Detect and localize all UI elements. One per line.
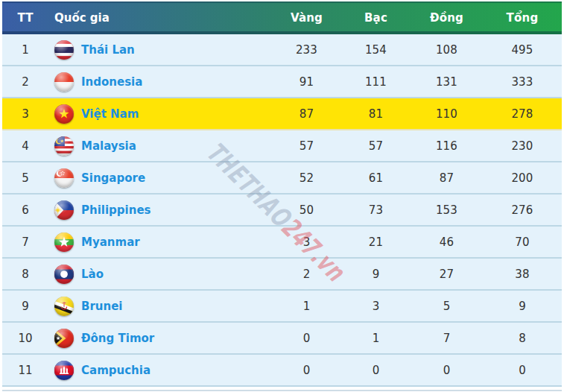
country-cell: Myanmar (48, 233, 272, 252)
column-header-rank: TT (2, 11, 48, 25)
flag-myanmar-icon (54, 233, 74, 252)
flag-vietnam-icon (54, 104, 74, 124)
bronze-cell: 108 (411, 43, 483, 57)
flag-cambodia-icon (54, 361, 74, 380)
rank-cell: 11 (2, 364, 48, 377)
table-row: 3 Việt Nam 87 81 110 278 (2, 98, 562, 130)
country-name-link[interactable]: Thái Lan (81, 43, 135, 57)
table-row: 9 Brunei 1 3 5 9 (2, 291, 562, 323)
silver-cell: 9 (341, 268, 411, 281)
total-cell: 70 (483, 235, 562, 249)
gold-cell: 50 (272, 203, 341, 217)
rank-cell: 2 (2, 75, 48, 89)
gold-cell: 57 (272, 139, 341, 153)
table-row: 7 Myanmar 3 21 46 70 (2, 227, 562, 259)
country-cell: Philippines (48, 200, 272, 220)
rank-cell: 6 (2, 203, 48, 217)
silver-cell: 73 (341, 203, 411, 217)
gold-cell: 87 (272, 107, 341, 121)
silver-cell: 61 (341, 171, 411, 185)
country-name-link[interactable]: Singapore (81, 171, 145, 185)
silver-cell: 154 (341, 43, 411, 57)
flag-singapore-icon (54, 168, 74, 188)
bronze-cell: 110 (411, 107, 483, 121)
bronze-cell: 87 (411, 171, 483, 185)
total-cell: 333 (483, 75, 562, 89)
bronze-cell: 116 (411, 139, 483, 153)
column-header-gold: Vàng (272, 11, 341, 25)
table-row: 8 Lào 2 9 27 38 (2, 259, 562, 291)
country-cell: Đông Timor (48, 329, 272, 348)
country-name-link[interactable]: Myanmar (81, 235, 140, 249)
table-header: TT Quốc gia Vàng Bạc Đồng Tổng (2, 1, 562, 34)
rank-cell: 8 (2, 268, 48, 281)
column-header-silver: Bạc (341, 11, 411, 25)
total-cell: 230 (483, 139, 562, 153)
total-cell: 278 (483, 107, 562, 121)
country-cell: Indonesia (48, 72, 272, 92)
bronze-cell: 0 (411, 364, 483, 377)
country-cell: Singapore (48, 168, 272, 188)
country-name-link[interactable]: Việt Nam (81, 107, 139, 121)
table-row: 2 Indonesia 91 111 131 333 (2, 66, 562, 98)
flag-indonesia-icon (54, 72, 74, 92)
medal-table: TT Quốc gia Vàng Bạc Đồng Tổng 1 Thái La… (2, 1, 562, 391)
column-header-country: Quốc gia (48, 11, 272, 25)
country-name-link[interactable]: Brunei (81, 300, 123, 313)
gold-cell: 91 (272, 75, 341, 89)
flag-thailand-icon (54, 40, 74, 60)
total-cell: 495 (483, 43, 562, 57)
country-name-link[interactable]: Lào (81, 268, 104, 281)
bronze-cell: 153 (411, 203, 483, 217)
table-body: 1 Thái Lan 233 154 108 495 2 Indonesia 9… (2, 34, 562, 387)
country-cell: Thái Lan (48, 40, 272, 60)
country-name-link[interactable]: Indonesia (81, 75, 142, 89)
total-cell: 0 (483, 364, 562, 377)
bronze-cell: 5 (411, 300, 483, 313)
total-cell: 38 (483, 268, 562, 281)
column-header-bronze: Đồng (411, 11, 483, 25)
country-cell: Việt Nam (48, 104, 272, 124)
table-row: 5 Singapore 52 61 87 200 (2, 162, 562, 195)
table-row: 1 Thái Lan 233 154 108 495 (2, 34, 562, 66)
flag-malaysia-icon (54, 136, 74, 156)
table-row: 10 Đông Timor 0 1 7 8 (2, 323, 562, 355)
gold-cell: 2 (272, 268, 341, 281)
total-cell: 276 (483, 203, 562, 217)
silver-cell: 0 (341, 364, 411, 377)
country-cell: Malaysia (48, 136, 272, 156)
bottom-divider (2, 390, 562, 391)
rank-cell: 4 (2, 139, 48, 153)
rank-cell: 7 (2, 235, 48, 249)
column-header-total: Tổng (483, 11, 562, 25)
country-name-link[interactable]: Malaysia (81, 139, 136, 153)
table-row: 11 Campuchia 0 0 0 0 (2, 355, 562, 387)
gold-cell: 0 (272, 364, 341, 377)
country-name-link[interactable]: Đông Timor (81, 332, 154, 345)
rank-cell: 5 (2, 171, 48, 185)
country-cell: Lào (48, 265, 272, 284)
country-name-link[interactable]: Campuchia (81, 364, 150, 377)
flag-laos-icon (54, 265, 74, 284)
gold-cell: 0 (272, 332, 341, 345)
rank-cell: 1 (2, 43, 48, 57)
rank-cell: 3 (2, 107, 48, 121)
rank-cell: 10 (2, 332, 48, 345)
silver-cell: 57 (341, 139, 411, 153)
page: TT Quốc gia Vàng Bạc Đồng Tổng 1 Thái La… (0, 0, 564, 392)
total-cell: 200 (483, 171, 562, 185)
bronze-cell: 46 (411, 235, 483, 249)
table-row: 6 Philippines 50 73 153 276 (2, 195, 562, 227)
total-cell: 8 (483, 332, 562, 345)
rank-cell: 9 (2, 300, 48, 313)
silver-cell: 1 (341, 332, 411, 345)
silver-cell: 21 (341, 235, 411, 249)
silver-cell: 3 (341, 300, 411, 313)
country-name-link[interactable]: Philippines (81, 203, 151, 217)
flag-philippines-icon (54, 200, 74, 220)
gold-cell: 3 (272, 235, 341, 249)
silver-cell: 81 (341, 107, 411, 121)
table-row: 4 Malaysia 57 57 116 230 (2, 130, 562, 162)
bronze-cell: 7 (411, 332, 483, 345)
gold-cell: 52 (272, 171, 341, 185)
